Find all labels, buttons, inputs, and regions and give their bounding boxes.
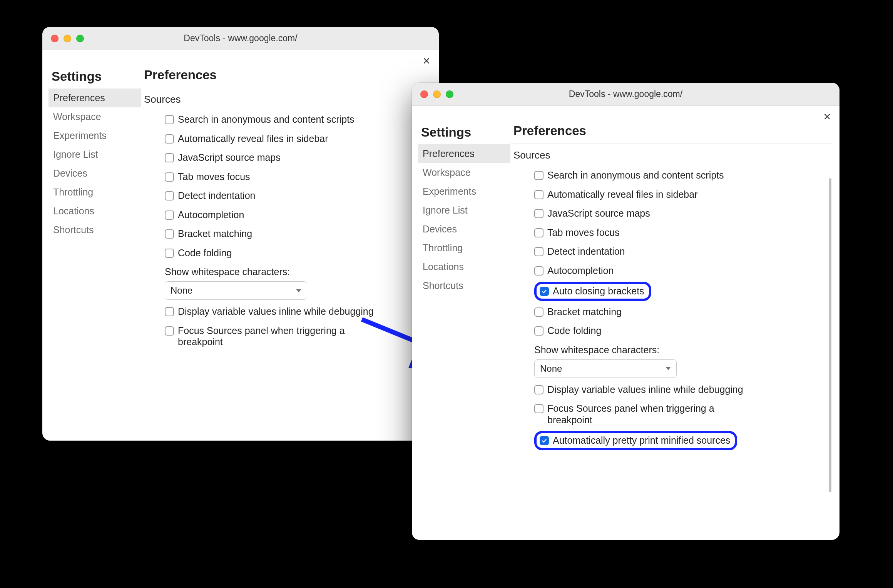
- option-bracket-matching[interactable]: Bracket matching: [531, 302, 833, 322]
- sidebar-heading: Settings: [418, 125, 510, 144]
- checkbox-icon[interactable]: [534, 247, 543, 256]
- sidebar-item-experiments[interactable]: Experiments: [48, 126, 141, 145]
- checkbox-icon[interactable]: [165, 134, 174, 144]
- sidebar-item-locations[interactable]: Locations: [418, 257, 510, 276]
- sidebar-heading: Settings: [48, 69, 141, 89]
- option-focus-on-breakpoint[interactable]: Focus Sources panel when triggering a br…: [162, 321, 433, 352]
- option-autocompletion[interactable]: Autocompletion: [531, 261, 833, 281]
- option-search-anon[interactable]: Search in anonymous and content scripts: [531, 166, 833, 185]
- checkbox-icon[interactable]: [165, 326, 174, 336]
- whitespace-setting: Show whitespace characters: None: [162, 262, 433, 302]
- option-detect-indentation[interactable]: Detect indentation: [531, 242, 833, 261]
- select-value: None: [540, 363, 562, 374]
- option-reveal-files[interactable]: Automatically reveal files in sidebar: [531, 185, 833, 204]
- settings-sidebar: Settings Preferences Workspace Experimen…: [418, 124, 510, 535]
- checkbox-icon[interactable]: [165, 307, 174, 316]
- maximize-icon[interactable]: [446, 90, 453, 98]
- sidebar-item-experiments[interactable]: Experiments: [418, 182, 510, 201]
- option-bracket-matching[interactable]: Bracket matching: [162, 224, 433, 244]
- checkbox-icon[interactable]: [165, 249, 174, 258]
- option-js-source-maps[interactable]: JavaScript source maps: [162, 148, 433, 167]
- option-detect-indentation[interactable]: Detect indentation: [162, 186, 433, 205]
- option-code-folding[interactable]: Code folding: [531, 321, 833, 341]
- sidebar-item-workspace[interactable]: Workspace: [418, 163, 510, 182]
- sidebar-item-shortcuts[interactable]: Shortcuts: [418, 276, 510, 295]
- preferences-heading: Preferences: [510, 124, 833, 144]
- sidebar-item-throttling[interactable]: Throttling: [418, 239, 510, 257]
- checkbox-icon[interactable]: [534, 385, 543, 394]
- section-sources: Sources: [141, 88, 433, 109]
- section-sources: Sources: [510, 144, 833, 164]
- titlebar-right: DevTools - www.google.com/: [412, 83, 839, 106]
- checkbox-icon[interactable]: [534, 228, 543, 237]
- checkbox-icon[interactable]: [540, 436, 549, 445]
- option-inline-values[interactable]: Display variable values inline while deb…: [531, 380, 833, 399]
- sidebar-item-preferences[interactable]: Preferences: [418, 144, 510, 163]
- checkbox-icon[interactable]: [165, 115, 174, 124]
- option-pretty-print[interactable]: Automatically pretty print minified sour…: [531, 429, 833, 452]
- option-autocompletion[interactable]: Autocompletion: [162, 205, 433, 225]
- sidebar-item-ignore-list[interactable]: Ignore List: [418, 201, 510, 220]
- option-search-anon[interactable]: Search in anonymous and content scripts: [162, 110, 433, 129]
- checkbox-icon[interactable]: [165, 191, 174, 200]
- sidebar-item-shortcuts[interactable]: Shortcuts: [48, 220, 141, 239]
- option-tab-moves-focus[interactable]: Tab moves focus: [162, 167, 433, 187]
- titlebar-left: DevTools - www.google.com/: [42, 27, 439, 50]
- close-icon[interactable]: [51, 35, 59, 42]
- option-inline-values[interactable]: Display variable values inline while deb…: [162, 302, 433, 321]
- checkbox-icon[interactable]: [534, 190, 543, 199]
- sidebar-item-workspace[interactable]: Workspace: [48, 107, 141, 126]
- preferences-heading: Preferences: [141, 68, 433, 88]
- option-js-source-maps[interactable]: JavaScript source maps: [531, 204, 833, 223]
- window-left: DevTools - www.google.com/ Settings Pref…: [42, 27, 439, 441]
- minimize-icon[interactable]: [64, 35, 71, 42]
- checkbox-icon[interactable]: [165, 229, 174, 239]
- whitespace-select[interactable]: None: [534, 359, 677, 378]
- chevron-down-icon: [296, 289, 301, 292]
- checkbox-icon[interactable]: [534, 404, 543, 413]
- maximize-icon[interactable]: [76, 35, 84, 42]
- close-settings-button[interactable]: [820, 110, 834, 124]
- select-value: None: [171, 285, 192, 296]
- whitespace-setting: Show whitespace characters: None: [531, 341, 833, 380]
- option-reveal-files[interactable]: Automatically reveal files in sidebar: [162, 129, 433, 149]
- window-right: DevTools - www.google.com/ Settings Pref…: [412, 83, 839, 540]
- sidebar-item-preferences[interactable]: Preferences: [48, 89, 141, 107]
- sidebar-item-locations[interactable]: Locations: [48, 202, 141, 220]
- checkbox-icon[interactable]: [534, 171, 543, 180]
- close-icon[interactable]: [420, 90, 428, 98]
- option-tab-moves-focus[interactable]: Tab moves focus: [531, 223, 833, 242]
- close-settings-button[interactable]: [420, 54, 433, 68]
- checkbox-icon[interactable]: [165, 210, 174, 220]
- option-code-folding[interactable]: Code folding: [162, 244, 433, 263]
- checkbox-icon[interactable]: [165, 153, 174, 162]
- sidebar-item-devices[interactable]: Devices: [418, 220, 510, 239]
- sidebar-item-ignore-list[interactable]: Ignore List: [48, 145, 141, 164]
- preferences-panel: Preferences Sources Search in anonymous …: [141, 68, 433, 436]
- scrollbar[interactable]: [828, 139, 833, 531]
- chevron-down-icon: [666, 367, 671, 370]
- checkbox-icon[interactable]: [534, 326, 543, 336]
- checkbox-icon[interactable]: [534, 209, 543, 218]
- sidebar-item-throttling[interactable]: Throttling: [48, 183, 141, 202]
- window-title: DevTools - www.google.com/: [42, 33, 439, 43]
- option-auto-closing-brackets[interactable]: Auto closing brackets: [531, 280, 833, 302]
- checkbox-icon[interactable]: [165, 172, 174, 182]
- checkbox-icon[interactable]: [540, 287, 549, 296]
- whitespace-select[interactable]: None: [165, 281, 307, 300]
- preferences-panel: Preferences Sources Search in anonymous …: [510, 124, 833, 535]
- settings-sidebar: Settings Preferences Workspace Experimen…: [48, 68, 141, 436]
- minimize-icon[interactable]: [433, 90, 441, 98]
- window-title: DevTools - www.google.com/: [412, 89, 839, 99]
- checkbox-icon[interactable]: [534, 307, 543, 317]
- option-focus-on-breakpoint[interactable]: Focus Sources panel when triggering a br…: [531, 399, 833, 429]
- sidebar-item-devices[interactable]: Devices: [48, 164, 141, 183]
- checkbox-icon[interactable]: [534, 266, 543, 276]
